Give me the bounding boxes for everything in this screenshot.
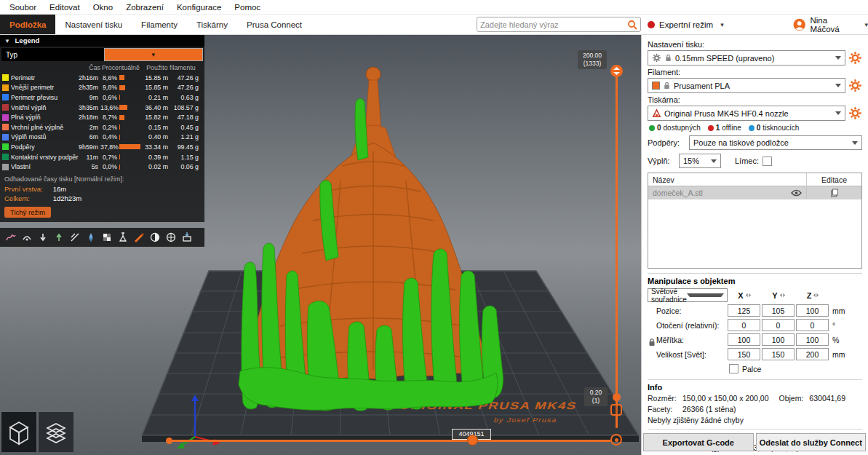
layer-slider-bottom-handle[interactable] [613,393,621,401]
mirror-icon[interactable] [779,292,786,298]
printer-gear-button[interactable] [848,106,862,120]
view-switcher [1,412,73,452]
travels-icon[interactable] [4,232,17,244]
printer-combo[interactable]: Original Prusa MK4S HF0.4 nozzle [648,106,845,121]
axis-y-input[interactable] [762,319,795,331]
shells-icon[interactable] [148,232,161,244]
view-type-dropdown-button[interactable]: ▼ [104,48,204,61]
axis-x-input[interactable] [728,319,760,331]
total-time: Celkem: 1d2h23m [0,194,204,203]
legend-feature-row[interactable]: Vnější perimetr 2h35m 9,8% 15.85 m 47.26… [0,83,204,93]
menu-item[interactable]: Konfigurace [170,0,228,15]
print-settings-gear-button[interactable] [848,51,862,65]
filament-gear-button[interactable] [848,79,862,92]
mirror-icon[interactable] [745,292,752,298]
seams-icon[interactable] [68,232,81,244]
size-value: 150,00 x 150,00 x 200,00 [682,394,769,403]
axis-x-input[interactable] [728,304,760,317]
legend-feature-row[interactable]: Podpěry 9h59m 37,8% 33.34 m 99.45 g [0,142,204,152]
color-changes-icon[interactable] [100,232,113,244]
printer-status-item: 0 dostupných [649,124,701,132]
menu-item[interactable]: Soubor [3,0,43,15]
menu-item[interactable]: Okno [87,0,120,15]
filament-color-swatch [652,82,660,90]
tab[interactable]: Prusa Connect [237,15,311,34]
mirror-icon[interactable] [813,292,819,298]
search-box[interactable] [477,17,641,32]
legend-header[interactable]: ▼ Legend [0,35,204,47]
layer-slider-bottom-label: 0.20 (1) [584,387,608,406]
search-icon[interactable] [627,20,637,30]
chevron-down-icon: ▾ [720,21,724,28]
tool-marker-icon[interactable] [164,232,177,244]
legend-feature-row[interactable]: Vlastní 5s 0,0% 0.02 m 0.06 g [0,162,204,172]
filament-label: Filament: [648,68,862,76]
layer-slider-track[interactable] [616,68,618,428]
legend-feature-row[interactable]: Vnitřní výplň 3h35m 13,6% 36.40 m 108.57… [0,103,204,113]
user-name: Nina Máčová [810,16,857,33]
object-list-header: Název Editace [648,173,861,186]
edit-icon[interactable] [830,189,839,197]
feature-weight: 99.45 g [170,143,201,151]
tab[interactable]: Tiskárny [187,15,237,34]
menu-item[interactable]: Zobrazení [119,0,170,15]
export-gcode-button[interactable]: Exportovat G-code [643,433,754,451]
axis-z-input[interactable] [796,304,829,317]
infill-select[interactable]: 15% [679,154,721,168]
infill-label: Výplň: [648,157,675,165]
tool-changes-icon[interactable] [84,232,97,244]
feature-percent: 0,7% [100,154,119,161]
print-settings-combo[interactable]: 0.15mm SPEED (upraveno) [648,50,845,66]
layer-slider-top-handle[interactable] [610,65,623,77]
axis-x-input[interactable] [728,348,760,360]
tab[interactable]: Nastavení tisku [55,15,132,34]
custom-gcodes-icon[interactable] [132,232,145,244]
editor-view-button[interactable] [1,412,36,452]
tab[interactable]: Filamenty [132,15,187,34]
legend-view-type-select[interactable]: Typ ▼ [1,48,203,61]
object-row[interactable]: domeček_A.stl [648,186,861,199]
expert-mode-menu[interactable]: Expertní režim ▾ [648,15,724,35]
supports-select[interactable]: Pouze na tiskové podložce [689,135,862,150]
axis-y-input[interactable] [762,333,795,346]
legend-feature-row[interactable]: Plná výplň 2h18m 8,7% 15.82 m 47.18 g [0,112,204,122]
coordinate-system-select[interactable]: Světové souřadnice [648,288,728,302]
mode-status-dot [648,21,655,28]
wipe-icon[interactable] [20,232,33,244]
legend-feature-row[interactable]: Výplň mostů 6m 0,4% 0.40 m 1.21 g [0,132,204,143]
pause-prints-icon[interactable] [116,232,129,244]
legend-feature-row[interactable]: Perimetr 2h16m 8,6% 15.85 m 47.26 g [0,73,204,83]
move-slider-handle[interactable] [467,435,478,446]
eye-icon[interactable] [791,189,802,197]
send-to-connect-button[interactable]: Odeslat do služby Connect [756,433,867,451]
legend-printer-icon[interactable] [180,232,193,244]
feature-weight: 0.06 g [170,163,201,170]
status-dot [708,125,714,131]
axis-z-input[interactable] [796,348,829,360]
legend-feature-row[interactable]: Kontaktní vrstvy podpěr 11m 0,7% 0.39 m … [0,152,204,162]
feature-time: 11m [79,154,100,161]
tab[interactable]: Podložka [0,15,55,34]
menu-item[interactable]: Pomoc [228,0,267,15]
axis-z-input[interactable] [796,333,829,346]
filament-combo[interactable]: Prusament PLA [648,78,845,93]
axis-z-input[interactable] [796,319,829,331]
menu-item[interactable]: Editovat [43,0,87,15]
axis-y-input[interactable] [762,348,795,360]
gcode-marker-icon[interactable] [610,434,622,446]
legend-feature-row[interactable]: Vrchní plné výplně 2m 0,2% 0.15 m 0.45 g [0,122,204,132]
move-slider-track[interactable] [169,440,611,442]
uniform-scale-lock-icon[interactable] [648,338,656,347]
layer-bed-icon[interactable] [610,404,622,416]
user-menu[interactable]: Nina Máčová ▾ [793,15,868,35]
stealth-mode-button[interactable]: Tichý režim [4,207,51,218]
search-input[interactable] [480,20,627,29]
preview-view-button[interactable] [39,412,73,452]
brim-checkbox[interactable] [763,157,772,166]
retractions-icon[interactable] [36,232,49,244]
deretractions-icon[interactable] [52,232,65,244]
axis-x-input[interactable] [728,333,760,346]
inches-checkbox[interactable] [729,364,738,373]
legend-feature-row[interactable]: Perimetr převisu 9m 0,6% 0.21 m 0.63 g [0,92,204,103]
axis-y-input[interactable] [762,304,795,317]
